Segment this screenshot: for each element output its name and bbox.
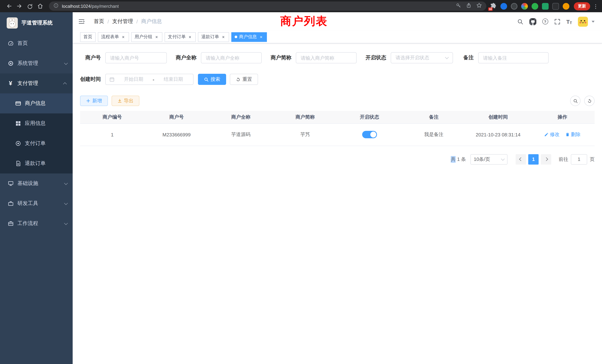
- help-icon[interactable]: [542, 19, 548, 24]
- page-size-select[interactable]: 10条/页: [470, 154, 507, 164]
- export-button[interactable]: 导出: [112, 96, 139, 106]
- remark-input[interactable]: [478, 52, 549, 63]
- close-icon[interactable]: [188, 34, 192, 39]
- forward-icon[interactable]: [14, 1, 24, 11]
- status-toggle[interactable]: [362, 131, 377, 138]
- extension-green-circle-icon[interactable]: [532, 3, 538, 10]
- tab-user-group[interactable]: 用户分组: [131, 32, 162, 42]
- sidebar-item-workflow[interactable]: 工作流程: [0, 214, 73, 234]
- short-name-input[interactable]: [296, 52, 357, 63]
- edit-link[interactable]: 修改: [544, 131, 559, 138]
- date-separator: -: [153, 76, 154, 82]
- extension-dark-icon[interactable]: [511, 3, 517, 10]
- fullscreen-icon[interactable]: [554, 18, 560, 25]
- extension-avatar-icon[interactable]: [563, 3, 569, 10]
- tab-process-form[interactable]: 流程表单: [98, 32, 129, 42]
- refresh-icon[interactable]: [584, 96, 595, 106]
- sidebar-item-home[interactable]: 首页: [0, 33, 73, 53]
- bookmark-star-icon[interactable]: [476, 3, 482, 10]
- password-key-icon[interactable]: [456, 3, 461, 10]
- hide-search-icon[interactable]: [570, 96, 580, 106]
- delete-link[interactable]: 删除: [565, 131, 580, 138]
- tab-home[interactable]: 首页: [80, 32, 96, 42]
- tab-pay-order[interactable]: 支付订单: [165, 32, 196, 42]
- extension-blue-icon[interactable]: [500, 3, 507, 10]
- col-header-remark: 备注: [402, 111, 466, 123]
- sidebar-item-app-info[interactable]: 应用信息: [0, 113, 73, 133]
- browser-update-button[interactable]: 更新: [574, 2, 590, 10]
- breadcrumb-home[interactable]: 首页: [94, 18, 104, 25]
- close-icon[interactable]: [154, 34, 159, 39]
- share-icon[interactable]: [466, 3, 472, 10]
- filter-label: 商户全称: [171, 54, 201, 61]
- breadcrumb-payment[interactable]: 支付管理: [112, 18, 133, 25]
- cell-create-time: 2021-10-23 08:31:14: [466, 123, 530, 146]
- gear-icon: [7, 60, 14, 66]
- font-size-icon[interactable]: [566, 18, 572, 25]
- tab-merchant-info[interactable]: 商户信息: [231, 32, 267, 42]
- annotation-title: 商户列表: [280, 14, 328, 29]
- sidebar-item-label: 退款订单: [25, 160, 46, 167]
- user-avatar[interactable]: [578, 17, 588, 26]
- chevron-down-icon: [64, 61, 68, 65]
- chevron-down-icon: [501, 157, 505, 161]
- browser-menu-icon[interactable]: [593, 3, 598, 10]
- sidebar-item-label: 系统管理: [17, 60, 38, 67]
- status-select[interactable]: 请选择开启状态: [391, 52, 453, 63]
- reload-icon[interactable]: [24, 1, 35, 11]
- sidebar-item-system[interactable]: 系统管理: [0, 53, 73, 73]
- chevron-left-icon: [519, 157, 523, 161]
- filter-label: 开启状态: [361, 54, 391, 61]
- add-button[interactable]: 新增: [80, 96, 108, 106]
- sidebar-item-payment[interactable]: 支付管理: [0, 73, 73, 93]
- full-name-input[interactable]: [201, 52, 262, 63]
- sidebar-item-infra[interactable]: 基础设施: [0, 173, 73, 193]
- sidebar-item-merchant-info[interactable]: 商户信息: [0, 93, 73, 113]
- table-row: 1 M233666999 芋道源码 芋艿 我是备注 2021-10-23 08:…: [80, 123, 595, 146]
- close-icon[interactable]: [121, 34, 126, 39]
- next-page-button[interactable]: [541, 154, 551, 164]
- chevron-down-icon: [445, 55, 449, 59]
- sidebar-item-pay-order[interactable]: 支付订单: [0, 133, 73, 153]
- breadcrumb: 首页 支付管理 商户信息: [94, 18, 162, 25]
- prev-page-button[interactable]: [516, 154, 526, 164]
- tab-refund-order[interactable]: 退款订单: [198, 32, 229, 42]
- extension-green-square-icon[interactable]: [542, 3, 549, 10]
- close-icon[interactable]: [221, 34, 226, 39]
- github-icon[interactable]: [529, 18, 536, 25]
- search-button[interactable]: 搜索: [198, 74, 226, 85]
- extension-puzzle-icon[interactable]: 10: [490, 3, 497, 10]
- close-icon[interactable]: [259, 34, 264, 39]
- extension-pin-icon[interactable]: [552, 3, 559, 10]
- sidebar-item-label: 研发工具: [17, 200, 38, 207]
- extensions-area: 10: [490, 3, 569, 10]
- sidebar-item-dev-tools[interactable]: 研发工具: [0, 193, 73, 214]
- merchant-no-input[interactable]: [105, 52, 167, 63]
- back-icon[interactable]: [4, 1, 14, 11]
- sidebar-item-refund-order[interactable]: 退款订单: [0, 153, 73, 173]
- page-1-button[interactable]: 1: [528, 154, 539, 164]
- reset-button[interactable]: 重置: [230, 74, 258, 85]
- document-icon: [15, 160, 21, 167]
- record-circle-icon: [15, 140, 21, 147]
- url-bar[interactable]: localhost:1024/pay/merchant: [49, 1, 486, 11]
- calendar-icon: [109, 77, 115, 82]
- search-icon[interactable]: [517, 18, 523, 25]
- col-header-create-time: 创建时间: [466, 111, 530, 123]
- date-range-picker[interactable]: 开始日期 - 结束日期: [105, 74, 194, 85]
- home-icon[interactable]: [35, 1, 45, 11]
- url-text: localhost:1024/pay/merchant: [62, 3, 119, 9]
- chevron-up-icon: [63, 82, 67, 86]
- hamburger-icon[interactable]: [78, 18, 85, 25]
- tags-view: 首页 流程表单 用户分组 支付订单 退款订单 商户信息: [73, 31, 602, 43]
- tab-label: 商户信息: [239, 34, 257, 40]
- col-header-merchant-id: 商户编号: [80, 111, 144, 123]
- page-info-icon[interactable]: [53, 3, 59, 10]
- tab-label: 流程表单: [101, 34, 119, 40]
- add-button-label: 新增: [92, 97, 102, 104]
- caret-down-icon[interactable]: [592, 21, 595, 22]
- goto-page-input[interactable]: [571, 154, 587, 164]
- extension-badge: 10: [488, 7, 493, 11]
- sidebar-item-label: 商户信息: [25, 100, 46, 107]
- extension-multicolor-icon[interactable]: [521, 3, 528, 10]
